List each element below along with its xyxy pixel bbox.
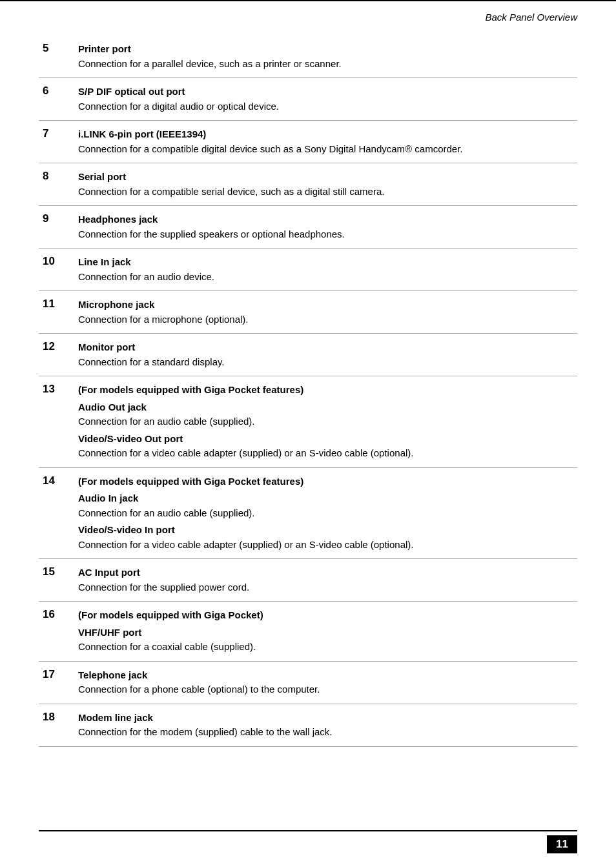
row-description: Monitor portConnection for a standard di… xyxy=(74,334,577,376)
entry-title: i.LINK 6-pin port (IEEE1394) xyxy=(78,127,573,142)
table-row: 12Monitor portConnection for a standard … xyxy=(39,334,577,376)
entry-title: AC Input port xyxy=(78,565,573,580)
row-description: (For models equipped with Giga Pocket fe… xyxy=(74,376,577,468)
row-number: 17 xyxy=(39,661,74,704)
entry-description: Connection for the modem (supplied) cabl… xyxy=(78,725,573,740)
entry-description: Connection for a digital audio or optica… xyxy=(78,99,573,114)
row-description: Line In jackConnection for an audio devi… xyxy=(74,249,577,291)
row-description: Modem line jackConnection for the modem … xyxy=(74,704,577,746)
row-description: (For models equipped with Giga Pocket)VH… xyxy=(74,602,577,662)
table-row: 9Headphones jackConnection for the suppl… xyxy=(39,206,577,249)
entry-title: Printer port xyxy=(78,42,573,57)
entry-title: Audio Out jack xyxy=(78,400,573,415)
row-number: 18 xyxy=(39,704,74,746)
table-row: 16(For models equipped with Giga Pocket)… xyxy=(39,602,577,662)
entry-description: Connection for the supplied power cord. xyxy=(78,580,573,595)
row-description: Telephone jackConnection for a phone cab… xyxy=(74,661,577,704)
row-number: 13 xyxy=(39,376,74,468)
row-number: 7 xyxy=(39,121,74,163)
table-row: 11Microphone jackConnection for a microp… xyxy=(39,291,577,334)
row-number: 15 xyxy=(39,559,74,602)
row-number: 12 xyxy=(39,334,74,376)
page-footer: 11 xyxy=(39,830,577,853)
row-description: S/P DIF optical out portConnection for a… xyxy=(74,78,577,121)
table-row: 5Printer portConnection for a parallel d… xyxy=(39,36,577,78)
row-number: 10 xyxy=(39,249,74,291)
row-number: 8 xyxy=(39,163,74,206)
row-number: 11 xyxy=(39,291,74,334)
top-border xyxy=(0,0,616,1)
main-content: 5Printer portConnection for a parallel d… xyxy=(0,29,616,786)
entry-description: Connection for a standard display. xyxy=(78,355,573,370)
row-number: 14 xyxy=(39,467,74,559)
table-row: 8Serial portConnection for a compatible … xyxy=(39,163,577,206)
page-header: Back Panel Overview xyxy=(0,0,616,29)
entry-description: Connection for an audio cable (supplied)… xyxy=(78,414,573,429)
page-number: 11 xyxy=(547,835,577,853)
table-row: 6S/P DIF optical out portConnection for … xyxy=(39,78,577,121)
header-title: Back Panel Overview xyxy=(485,12,577,23)
row-description: i.LINK 6-pin port (IEEE1394)Connection f… xyxy=(74,121,577,163)
entry-title: Telephone jack xyxy=(78,668,573,683)
entry-title: Monitor port xyxy=(78,340,573,355)
entry-sub-description: Connection for a video cable adapter (su… xyxy=(78,446,573,461)
entry-title: Microphone jack xyxy=(78,298,573,312)
entry-description: Connection for an audio device. xyxy=(78,270,573,285)
entry-description: Connection for a compatible digital devi… xyxy=(78,142,573,157)
entry-sub-title: Video/S-video Out port xyxy=(78,432,573,447)
entry-prefix: (For models equipped with Giga Pocket fe… xyxy=(78,474,573,489)
entry-description: Connection for a compatible serial devic… xyxy=(78,185,573,199)
page: Back Panel Overview 5Printer portConnect… xyxy=(0,0,616,865)
row-description: Microphone jackConnection for a micropho… xyxy=(74,291,577,334)
entry-description: Connection for an audio cable (supplied)… xyxy=(78,506,573,521)
table-row: 14(For models equipped with Giga Pocket … xyxy=(39,467,577,559)
table-row: 10Line In jackConnection for an audio de… xyxy=(39,249,577,291)
entry-sub-description: Connection for a video cable adapter (su… xyxy=(78,538,573,553)
features-table: 5Printer portConnection for a parallel d… xyxy=(39,36,577,747)
entry-title: S/P DIF optical out port xyxy=(78,85,573,99)
table-row: 13(For models equipped with Giga Pocket … xyxy=(39,376,577,468)
row-number: 16 xyxy=(39,602,74,662)
table-row: 7i.LINK 6-pin port (IEEE1394)Connection … xyxy=(39,121,577,163)
table-row: 18Modem line jackConnection for the mode… xyxy=(39,704,577,746)
row-number: 6 xyxy=(39,78,74,121)
entry-prefix: (For models equipped with Giga Pocket) xyxy=(78,608,573,623)
entry-title: Audio In jack xyxy=(78,491,573,506)
entry-description: Connection for a phone cable (optional) … xyxy=(78,682,573,697)
entry-title: Modem line jack xyxy=(78,711,573,726)
entry-title: Headphones jack xyxy=(78,212,573,227)
row-number: 5 xyxy=(39,36,74,78)
row-description: Printer portConnection for a parallel de… xyxy=(74,36,577,78)
entry-description: Connection for a parallel device, such a… xyxy=(78,57,573,72)
entry-title: Serial port xyxy=(78,170,573,185)
row-description: AC Input portConnection for the supplied… xyxy=(74,559,577,602)
row-description: Serial portConnection for a compatible s… xyxy=(74,163,577,206)
entry-sub-title: Video/S-video In port xyxy=(78,523,573,538)
row-description: (For models equipped with Giga Pocket fe… xyxy=(74,467,577,559)
table-row: 17Telephone jackConnection for a phone c… xyxy=(39,661,577,704)
entry-title: Line In jack xyxy=(78,255,573,270)
entry-prefix: (For models equipped with Giga Pocket fe… xyxy=(78,383,573,398)
entry-description: Connection for the supplied speakers or … xyxy=(78,227,573,242)
entry-title: VHF/UHF port xyxy=(78,626,573,640)
table-row: 15AC Input portConnection for the suppli… xyxy=(39,559,577,602)
entry-description: Connection for a microphone (optional). xyxy=(78,312,573,327)
row-number: 9 xyxy=(39,206,74,249)
row-description: Headphones jackConnection for the suppli… xyxy=(74,206,577,249)
entry-description: Connection for a coaxial cable (supplied… xyxy=(78,640,573,655)
